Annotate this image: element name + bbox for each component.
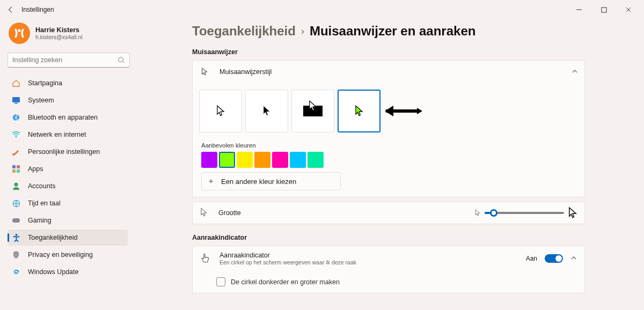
swatch-cyan[interactable] [290, 152, 306, 168]
recommended-colors-label: Aanbevolen kleuren [201, 139, 576, 152]
search-input[interactable] [12, 56, 118, 64]
breadcrumb: Toegankelijkheid › Muisaanwijzer en aanr… [192, 24, 585, 39]
pointer-style-black[interactable] [245, 90, 288, 132]
svg-rect-5 [14, 103, 18, 104]
brush-icon [12, 147, 20, 156]
nav-privacy[interactable]: Privacy en beveiliging [8, 247, 128, 263]
nav-label: Netwerk en internet [28, 131, 86, 138]
nav-label: Toegankelijkheid [28, 234, 77, 241]
swatch-yellow[interactable] [237, 152, 253, 168]
nav-label: Tijd en taal [28, 200, 61, 207]
apps-icon [12, 165, 20, 173]
choose-another-color-label: Een andere kleur kiezen [221, 178, 296, 186]
touch-subtitle: Een cirkel op het scherm weergeven waar … [219, 259, 356, 265]
svg-point-13 [14, 183, 18, 187]
nav-time[interactable]: Tijd en taal [8, 195, 128, 211]
nav-system[interactable]: Systeem [8, 92, 128, 108]
shield-icon [12, 250, 20, 259]
nav-label: Systeem [28, 97, 54, 104]
svg-point-1 [11, 25, 28, 42]
svg-rect-0 [602, 8, 606, 12]
swatch-lime[interactable] [219, 152, 235, 168]
chevron-up-icon [572, 68, 578, 76]
person-icon [12, 182, 20, 190]
breadcrumb-parent[interactable]: Toegankelijkheid [192, 24, 296, 39]
svg-point-2 [18, 29, 20, 32]
pointer-style-header[interactable]: Muisaanwijzerstijl [193, 61, 584, 83]
touch-toggle[interactable] [545, 254, 563, 263]
svg-rect-10 [17, 165, 20, 168]
svg-point-3 [119, 57, 123, 62]
nav-label: Privacy en beveiliging [28, 251, 93, 259]
search-icon [118, 56, 125, 64]
touch-darker-row[interactable]: De cirkel donkerder en groter maken [193, 271, 584, 293]
nav-home[interactable]: Startpagina [8, 75, 128, 91]
home-icon [12, 79, 20, 87]
gamepad-icon [12, 216, 20, 225]
touch-card: Aanraakindicator Een cirkel op het scher… [192, 246, 585, 293]
plus-icon: ＋ [207, 176, 215, 186]
nav-apps[interactable]: Apps [8, 161, 128, 177]
section-touch-label: Aanraakindicator [192, 234, 585, 241]
color-swatches [201, 152, 576, 168]
nav-label: Persoonlijke instellingen [28, 148, 100, 156]
globe-icon [12, 199, 20, 208]
back-button[interactable] [3, 2, 18, 17]
close-button[interactable] [616, 1, 641, 18]
nav-accounts[interactable]: Accounts [8, 178, 128, 194]
nav-label: Gaming [28, 217, 52, 224]
nav-gaming[interactable]: Gaming [8, 212, 128, 228]
cursor-icon [199, 67, 210, 77]
user-block[interactable]: Harrie Kisters h.kisters@xs4all.nl [8, 19, 128, 50]
chevron-up-icon[interactable] [570, 255, 577, 263]
pointer-style-custom[interactable] [338, 90, 380, 132]
chevron-right-icon: › [301, 26, 304, 37]
touch-indicator-row[interactable]: Aanraakindicator Een cirkel op het scher… [193, 246, 584, 271]
cursor-small-icon [475, 209, 480, 217]
touch-title: Aanraakindicator [219, 252, 356, 259]
nav-accessibility[interactable]: Toegankelijkheid [8, 230, 128, 246]
update-icon [12, 268, 20, 276]
window-title: Instellingen [21, 6, 54, 13]
pointer-style-inverted[interactable] [291, 90, 334, 132]
size-slider[interactable] [485, 212, 564, 214]
nav-personalization[interactable]: Persoonlijke instellingen [8, 144, 128, 160]
cursor-icon [200, 208, 208, 219]
darker-label: De cirkel donkerder en groter maken [231, 278, 340, 286]
avatar [9, 23, 30, 44]
pointer-style-white[interactable] [199, 90, 242, 132]
svg-rect-15 [12, 218, 20, 223]
size-card: Grootte [192, 202, 585, 224]
svg-point-8 [12, 153, 14, 156]
minimize-button[interactable] [567, 1, 591, 18]
search-box[interactable] [8, 53, 130, 68]
svg-point-16 [15, 234, 17, 236]
system-icon [12, 96, 20, 105]
page-title: Muisaanwijzer en aanraken [310, 24, 475, 39]
svg-rect-9 [12, 165, 16, 168]
swatch-magenta[interactable] [272, 152, 288, 168]
swatch-orange[interactable] [254, 152, 270, 168]
nav-update[interactable]: Windows Update [8, 264, 128, 280]
bluetooth-icon [12, 113, 20, 122]
nav-label: Apps [28, 165, 43, 173]
darker-checkbox[interactable] [216, 277, 225, 286]
wifi-icon [12, 130, 20, 139]
nav-bluetooth[interactable]: Bluetooth en apparaten [8, 109, 128, 126]
svg-rect-11 [12, 169, 16, 173]
choose-another-color-button[interactable]: ＋ Een andere kleur kiezen [201, 172, 341, 190]
nav-label: Bluetooth en apparaten [28, 114, 98, 121]
maximize-button[interactable] [591, 1, 616, 18]
section-pointer-label: Muisaanwijzer [192, 48, 585, 56]
cursor-large-icon [568, 207, 577, 219]
swatch-purple[interactable] [201, 152, 217, 168]
pointer-style-label: Muisaanwijzerstijl [219, 68, 272, 76]
nav-label: Startpagina [28, 79, 62, 87]
size-label: Grootte [218, 209, 241, 217]
toggle-state: Aan [526, 255, 537, 262]
nav-network[interactable]: Netwerk en internet [8, 127, 128, 143]
swatch-teal[interactable] [308, 152, 324, 168]
accessibility-icon [12, 233, 20, 242]
annotation-arrow-icon [385, 104, 422, 119]
user-email: h.kisters@xs4all.nl [35, 34, 83, 40]
